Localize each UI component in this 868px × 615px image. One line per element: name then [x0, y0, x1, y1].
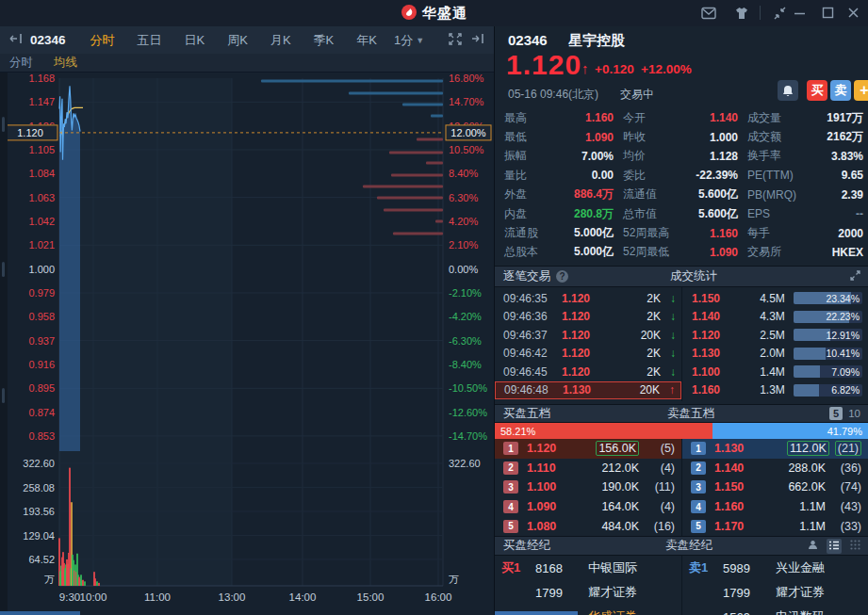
strip-mark: [2, 388, 5, 403]
depth-5-toggle[interactable]: 5: [829, 407, 843, 420]
trade-time: 09:46:36: [503, 310, 562, 323]
broker-row[interactable]: 卖15989兴业金融: [682, 556, 868, 580]
trade-row[interactable]: 09:46:421.1202K↓: [495, 345, 681, 364]
volume-stat-row[interactable]: 1.1601.3M6.82%: [682, 381, 868, 400]
trade-row[interactable]: 09:46:351.1202K↓: [495, 289, 681, 308]
tab-年K[interactable]: 年K: [345, 32, 388, 49]
stat-value: 5.600亿: [685, 186, 747, 202]
close-icon[interactable]: [847, 7, 862, 21]
volume-stat-row[interactable]: 1.1302.0M10.41%: [682, 345, 868, 364]
depth-orders: (36): [826, 461, 861, 475]
depth-row[interactable]: 11.120156.0K(5): [495, 439, 681, 459]
time-axis-label: 13:00: [219, 591, 246, 603]
broker-list-view-icon[interactable]: [827, 539, 842, 554]
broker-row[interactable]: 1799耀才证券: [682, 580, 868, 605]
broker-name: 耀才证券: [588, 584, 637, 601]
vs-bar: 6.82%: [794, 384, 862, 397]
tab-分时[interactable]: 分时: [79, 32, 126, 49]
tab-五日[interactable]: 五日: [126, 32, 173, 49]
legend-timeline[interactable]: 分时: [9, 55, 33, 71]
depth-row[interactable]: 41.090164.0K(4): [495, 497, 681, 517]
broker-id: 1569: [723, 610, 776, 615]
tab-月K[interactable]: 月K: [259, 32, 303, 49]
chevron-down-icon[interactable]: ▼: [416, 36, 424, 45]
depth-row[interactable]: 31.150662.0K(74): [682, 477, 868, 497]
depth-orders: (33): [826, 520, 861, 533]
trade-row[interactable]: 09:46:451.1202K↓: [495, 363, 681, 381]
broker-id: 1799: [535, 586, 588, 600]
messages-icon[interactable]: [701, 7, 716, 21]
depth-level-badge: 5: [503, 520, 518, 533]
intraday-chart[interactable]: 1.1681.1471.1261.1051.0841.0631.0421.021…: [0, 73, 494, 615]
time-axis-label: 11:00: [144, 591, 171, 603]
collapse-panel-icon[interactable]: [9, 33, 23, 47]
depth-orders: (4): [639, 461, 675, 475]
depth-row[interactable]: 51.1701.1M(33): [682, 516, 868, 536]
trade-volume: 20K: [610, 383, 660, 397]
strip-mark: [2, 117, 5, 132]
vs-volume: 2.0M: [736, 347, 784, 360]
dock-right-icon[interactable]: [471, 33, 484, 47]
theme-skin-icon[interactable]: [734, 7, 749, 21]
legend-avgline[interactable]: 均线: [54, 55, 77, 71]
buy-button[interactable]: 买: [807, 80, 827, 101]
trade-time: 09:46:35: [503, 292, 562, 305]
fullscreen-icon[interactable]: [449, 33, 462, 48]
price-axis-label: 1.168: [28, 73, 55, 84]
stat-value: 2162万: [808, 129, 863, 145]
broker-row[interactable]: 1569电讯数码: [682, 605, 868, 615]
profile-bar-bid: [389, 152, 443, 154]
depth-row[interactable]: 11.130112.0K(21): [682, 439, 868, 459]
depth-orders: (16): [639, 520, 675, 533]
depth-volume: 662.0K: [763, 480, 826, 494]
depth-row[interactable]: 51.080484.0K(16): [495, 516, 681, 536]
trade-volume: 2K: [609, 347, 661, 360]
broker-row[interactable]: 买18168中银国际: [495, 556, 681, 580]
expand-icon[interactable]: [850, 270, 868, 283]
tab-周K[interactable]: 周K: [216, 32, 259, 49]
sell-button[interactable]: 卖: [830, 80, 851, 101]
depth-level-badge: 4: [691, 500, 706, 513]
maximize-icon[interactable]: [822, 7, 837, 21]
volume-stat-row[interactable]: 1.1504.5M23.34%: [682, 289, 868, 308]
depth-row[interactable]: 41.1601.1M(43): [682, 497, 868, 517]
collapse-window-icon[interactable]: [773, 7, 788, 21]
trade-row[interactable]: 09:46:481.13020K↑: [495, 381, 681, 400]
interval-selector[interactable]: 1分: [394, 32, 413, 49]
broker-grid-view-icon[interactable]: [850, 540, 860, 553]
volume-stat-row[interactable]: 1.1202.5M12.91%: [682, 326, 868, 345]
stat-value: 2.39: [808, 188, 863, 202]
volume-stat-row[interactable]: 1.1404.3M22.23%: [682, 308, 868, 327]
vs-volume: 4.3M: [736, 310, 784, 323]
broker-person-icon[interactable]: [808, 540, 818, 553]
tab-季K[interactable]: 季K: [303, 32, 346, 49]
vs-price: 1.160: [692, 383, 736, 397]
stat-label: 换手率: [747, 148, 808, 164]
price-axis-label: 1.000: [28, 264, 55, 275]
pct-axis-label: -2.10%: [449, 287, 482, 299]
stat-value: 1.128: [685, 150, 747, 163]
depth-row[interactable]: 31.100190.0K(11): [495, 477, 681, 497]
tab-日K[interactable]: 日K: [173, 32, 217, 49]
alert-bell-button[interactable]: [778, 80, 798, 101]
ask-ratio: 41.79%: [712, 423, 868, 439]
ask-depth-list: 11.130112.0K(21)21.140288.0K(36)31.15066…: [682, 439, 868, 536]
add-watchlist-button[interactable]: +: [854, 80, 868, 101]
broker-row[interactable]: 1799耀才证券: [495, 580, 681, 605]
stock-code: 02346: [508, 32, 548, 48]
pct-axis-label: 4.20%: [449, 216, 478, 227]
depth-10-toggle[interactable]: 10: [848, 408, 860, 419]
stat-label: 成交量: [747, 110, 808, 126]
depth-row[interactable]: 21.110212.0K(4): [495, 459, 681, 478]
trade-row[interactable]: 09:46:371.12020K↓: [495, 326, 681, 345]
depth-row[interactable]: 21.140288.0K(36): [682, 459, 868, 478]
vs-bar: 7.09%: [794, 365, 862, 378]
volume-stat-row[interactable]: 1.1001.4M7.09%: [682, 363, 868, 381]
trade-volume: 2K: [609, 310, 661, 323]
minimize-icon[interactable]: [794, 8, 809, 23]
broker-name: 中银国际: [588, 559, 637, 576]
trade-volume: 2K: [609, 292, 661, 305]
trade-row[interactable]: 09:46:361.1202K↓: [495, 308, 681, 327]
depth-orders: (4): [639, 500, 675, 513]
help-icon[interactable]: ?: [556, 270, 568, 283]
